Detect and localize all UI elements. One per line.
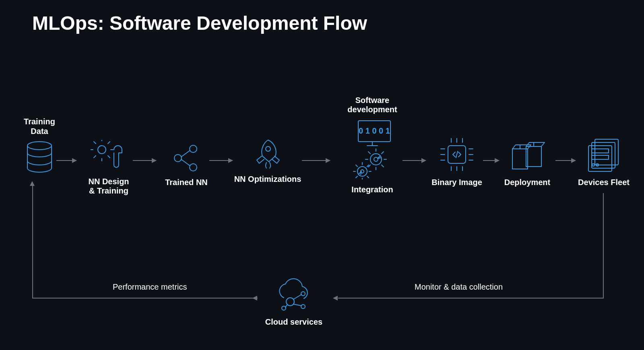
svg-point-21	[301, 292, 305, 296]
cloud-network-icon	[272, 278, 316, 312]
svg-rect-16	[592, 149, 609, 153]
rocket-icon	[253, 137, 283, 169]
label-training-data: Training Data	[15, 117, 64, 136]
label-deployment: Deployment	[504, 178, 550, 187]
label-performance: Performance metrics	[113, 282, 187, 292]
slide: MLOps: Software Development Flow Trainin…	[0, 0, 644, 350]
svg-rect-17	[592, 155, 609, 159]
feedback-line	[603, 193, 604, 298]
node-trained-nn: Trained NN	[160, 144, 213, 187]
arrow-icon	[133, 160, 156, 161]
arrow-icon	[209, 160, 233, 161]
svg-point-1	[98, 146, 106, 154]
monitor-gears-icon: 0 1 0 0 1	[350, 119, 394, 179]
svg-text:0 1 0 0 1: 0 1 0 0 1	[359, 126, 390, 135]
arrow-up-icon	[30, 181, 35, 186]
feedback-line	[32, 185, 33, 299]
arrow-icon	[302, 160, 330, 161]
svg-point-0	[27, 142, 52, 150]
label-trained-nn: Trained NN	[165, 178, 208, 187]
svg-point-22	[301, 305, 305, 309]
svg-point-9	[374, 157, 378, 161]
label-binary: Binary Image	[431, 178, 482, 187]
svg-point-3	[174, 154, 182, 162]
svg-point-8	[370, 154, 382, 165]
node-deployment: Deployment	[497, 141, 557, 187]
node-nn-opt: NN Optimizations	[229, 137, 306, 184]
label-devices: Devices Fleet	[578, 178, 630, 187]
package-icon	[509, 141, 545, 172]
label-software-dev: Software development	[330, 96, 415, 114]
node-cloud: Cloud services	[258, 278, 330, 327]
label-cloud: Cloud services	[265, 317, 322, 327]
arrow-icon	[483, 160, 499, 161]
node-integration: Software development 0 1 0 0 1 Integrati…	[330, 96, 415, 194]
server-stack-icon	[584, 137, 624, 172]
arrow-left-icon	[253, 298, 258, 299]
arrow-icon	[402, 160, 426, 161]
node-devices: Devices Fleet	[572, 137, 636, 187]
svg-point-23	[282, 306, 286, 310]
arrow-icon	[555, 160, 576, 161]
svg-point-4	[190, 164, 197, 171]
label-nn-opt: NN Optimizations	[234, 175, 301, 184]
node-nn-design: NN Design & Training	[80, 140, 137, 196]
svg-point-18	[592, 164, 594, 166]
page-title: MLOps: Software Development Flow	[32, 12, 367, 34]
chip-icon	[439, 137, 475, 172]
node-binary: Binary Image	[427, 137, 487, 187]
label-monitor: Monitor & data collection	[415, 282, 503, 292]
arrow-icon	[56, 160, 76, 161]
feedback-line	[32, 298, 258, 299]
label-nn-design: NN Design & Training	[88, 177, 129, 196]
label-integration: Integration	[351, 185, 393, 194]
feedback-line	[338, 298, 604, 299]
arrow-left-icon	[333, 298, 338, 299]
database-icon	[25, 141, 54, 173]
network-icon	[172, 144, 200, 172]
svg-point-2	[190, 145, 197, 152]
node-training-data: Training Data	[15, 117, 64, 173]
svg-point-10	[357, 167, 367, 176]
svg-point-20	[286, 298, 294, 306]
gear-wrench-icon	[91, 140, 127, 171]
svg-point-5	[266, 146, 270, 151]
